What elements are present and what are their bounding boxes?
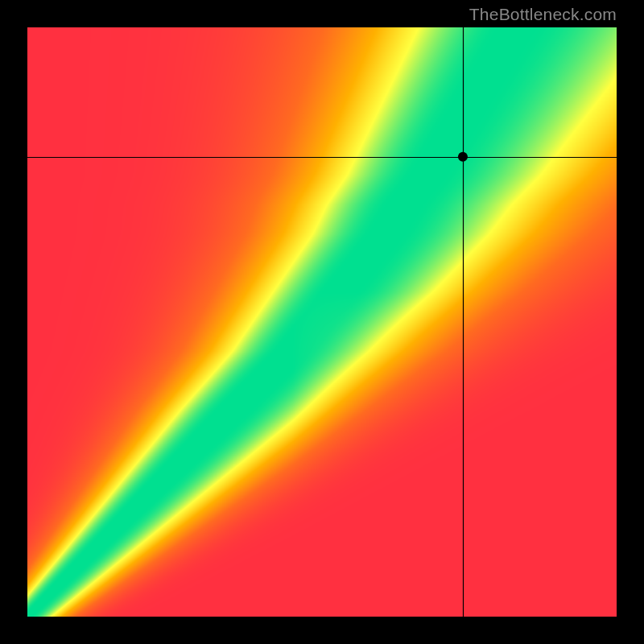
heatmap-canvas — [27, 27, 617, 617]
chart-container: TheBottleneck.com — [0, 0, 644, 644]
watermark-text: TheBottleneck.com — [469, 5, 617, 24]
heatmap-plot — [27, 27, 617, 617]
